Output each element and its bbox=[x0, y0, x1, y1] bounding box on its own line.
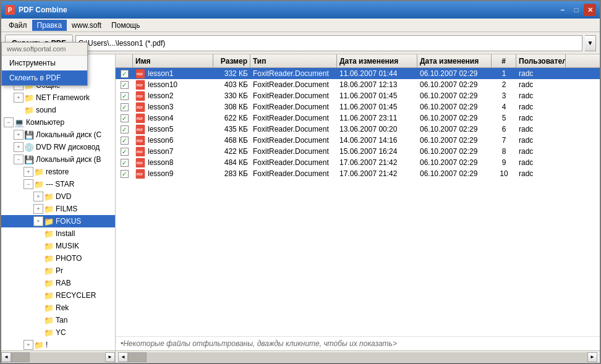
file-name: PDF lesson6 bbox=[133, 135, 213, 146]
expander-dvd-rw[interactable]: + bbox=[14, 142, 23, 152]
tree-item-fokus[interactable]: + 📁 FOKUS bbox=[1, 215, 115, 227]
tree-label-pr: Pr bbox=[56, 266, 63, 275]
svg-text:PDF: PDF bbox=[137, 106, 143, 109]
tree-item-install[interactable]: 📁 Install bbox=[1, 227, 115, 240]
expander-fokus[interactable]: + bbox=[33, 216, 43, 226]
file-row[interactable]: PDF lesson9 283 КБ FoxitReader.Document … bbox=[116, 168, 600, 179]
tree-label-rek: Rek bbox=[56, 303, 69, 312]
minimize-button[interactable]: − bbox=[556, 4, 569, 16]
file-checkbox[interactable] bbox=[121, 70, 129, 78]
col-header-type[interactable]: Тип bbox=[250, 54, 337, 68]
close-button[interactable]: ✕ bbox=[584, 4, 596, 16]
maximize-button[interactable]: □ bbox=[570, 4, 582, 16]
file-row[interactable]: PDF lesson6 468 КБ FoxitReader.Document … bbox=[116, 135, 600, 146]
file-num: 6 bbox=[492, 124, 516, 135]
expander-netfw[interactable]: + bbox=[14, 93, 23, 103]
tree-item-localdisk-c[interactable]: + 💾 Локальный диск (С bbox=[1, 129, 115, 141]
file-row[interactable]: PDF lesson7 422 КБ FoxitReader.Document … bbox=[116, 146, 600, 157]
localdisk-b-icon: 💾 bbox=[24, 155, 34, 164]
expander-localdisk-c[interactable]: + bbox=[14, 130, 23, 140]
expander-films[interactable]: + bbox=[33, 204, 43, 214]
tree-item-dvd-rw[interactable]: + 💿 DVD RW дисковод bbox=[1, 141, 115, 153]
file-num: 2 bbox=[492, 79, 516, 90]
hscroll-left-button[interactable]: ◄ bbox=[118, 352, 128, 362]
col-header-date2[interactable]: Дата изменения bbox=[417, 54, 492, 68]
file-type: FoxitReader.Document bbox=[250, 157, 337, 168]
tree-item-rab[interactable]: 📁 RAB bbox=[1, 277, 115, 289]
photo-icon: 📁 bbox=[44, 254, 54, 263]
tree-item-dvd[interactable]: + 📁 DVD bbox=[1, 190, 115, 203]
filtered-message[interactable]: •Некоторые файлы отфильтрованы, дважды к… bbox=[116, 336, 600, 350]
file-checkbox[interactable] bbox=[121, 81, 129, 89]
path-dropdown-button[interactable]: ▼ bbox=[585, 35, 596, 51]
tree-bottom-scrollbar[interactable]: ◄ ► bbox=[1, 350, 116, 363]
file-row[interactable]: PDF lesson4 622 КБ FoxitReader.Document … bbox=[116, 112, 600, 124]
file-modified: 17.06.2007 21:42 bbox=[337, 157, 417, 168]
tree-item-films[interactable]: + 📁 FILMS bbox=[1, 203, 115, 215]
menu-file[interactable]: Файл bbox=[4, 20, 32, 31]
expander-rab bbox=[33, 278, 43, 288]
expander-localdisk-b[interactable]: − bbox=[14, 154, 23, 164]
window-title: PDF Combine bbox=[19, 6, 556, 14]
file-checkbox[interactable] bbox=[121, 114, 129, 122]
tree-item-yc[interactable]: 📁 YC bbox=[1, 326, 115, 339]
expander-dvd[interactable]: + bbox=[33, 192, 43, 201]
tree-item-photo[interactable]: 📁 PHOTO bbox=[1, 252, 115, 265]
file-modified: 11.06.2007 01:44 bbox=[337, 68, 417, 79]
expander-restore[interactable]: + bbox=[23, 167, 33, 177]
tree-item-star[interactable]: − 📁 --- STAR bbox=[1, 178, 115, 190]
expander-star[interactable]: − bbox=[23, 179, 33, 189]
tree-item-musik[interactable]: 📁 MUSIK bbox=[1, 240, 115, 252]
expander-computer[interactable]: − bbox=[4, 117, 14, 127]
file-modified: 14.06.2007 14:16 bbox=[337, 135, 417, 146]
col-header-name[interactable]: Имя bbox=[133, 54, 213, 68]
col-header-num[interactable]: # bbox=[492, 54, 516, 68]
col-header-user[interactable]: Пользователь bbox=[516, 54, 566, 68]
dropdown-item-combine[interactable]: Склеить в PDF bbox=[2, 70, 87, 85]
col-header-size[interactable]: Размер bbox=[213, 54, 250, 68]
menu-tools[interactable]: www.soft bbox=[67, 20, 106, 31]
file-checkbox[interactable] bbox=[121, 170, 129, 178]
file-checkbox[interactable] bbox=[121, 137, 129, 145]
expander-excl[interactable]: + bbox=[23, 340, 33, 350]
file-row[interactable]: PDF lesson1 332 КБ FoxitReader.Document … bbox=[116, 68, 600, 79]
col-header-modified[interactable]: Дата изменения bbox=[337, 54, 417, 68]
file-checkbox[interactable] bbox=[121, 125, 129, 133]
file-modified: 13.06.2007 00:20 bbox=[337, 124, 417, 135]
tree-item-pr[interactable]: 📁 Pr bbox=[1, 265, 115, 277]
file-checkbox[interactable] bbox=[121, 103, 129, 111]
menu-help[interactable]: Помощь bbox=[106, 20, 145, 31]
tree-item-localdisk-b[interactable]: − 💾 Локальный диск (В bbox=[1, 153, 115, 166]
tree-item-sound[interactable]: 📁 sound bbox=[1, 104, 115, 116]
file-user: radc bbox=[516, 146, 566, 157]
pdf-icon: PDF bbox=[135, 146, 145, 156]
hscroll-right-button[interactable]: ► bbox=[587, 352, 597, 362]
path-input[interactable] bbox=[75, 35, 582, 51]
tree-item-restore[interactable]: + 📁 restore bbox=[1, 166, 115, 178]
tree-label-dvd-rw: DVD RW дисковод bbox=[36, 143, 100, 151]
file-row[interactable]: PDF lesson8 484 КБ FoxitReader.Document … bbox=[116, 157, 600, 168]
file-checkbox[interactable] bbox=[121, 159, 129, 167]
dropdown-item-tools[interactable]: Инструменты bbox=[2, 56, 87, 70]
scroll-left-button[interactable]: ◄ bbox=[1, 352, 11, 362]
tree-item-excl[interactable]: + 📁 ! bbox=[1, 339, 115, 350]
menu-edit[interactable]: Правка bbox=[32, 20, 67, 31]
rek-icon: 📁 bbox=[44, 303, 54, 313]
file-checkbox[interactable] bbox=[121, 148, 129, 156]
file-checkbox[interactable] bbox=[121, 92, 129, 100]
file-checkbox-cell bbox=[116, 81, 133, 89]
file-size: 422 КБ bbox=[213, 146, 250, 157]
file-row[interactable]: PDF lesson3 308 КБ FoxitReader.Document … bbox=[116, 101, 600, 112]
scroll-right-button[interactable]: ► bbox=[105, 352, 115, 362]
tree-item-netfw[interactable]: + 📁 NET Framework bbox=[1, 91, 115, 104]
tree-label-photo: PHOTO bbox=[56, 254, 82, 263]
scroll-track bbox=[11, 352, 105, 362]
file-row[interactable]: PDF lesson10 403 КБ FoxitReader.Document… bbox=[116, 79, 600, 90]
tree-item-tan[interactable]: 📁 Tan bbox=[1, 314, 115, 326]
tree-item-rek[interactable]: 📁 Rek bbox=[1, 302, 115, 314]
tree-item-recycler[interactable]: 📁 RECYCLER bbox=[1, 289, 115, 302]
file-row[interactable]: PDF lesson5 435 КБ FoxitReader.Document … bbox=[116, 124, 600, 135]
tree-panel: − 🖥 Рабочий сто... + 📁 SoftPortal.com + … bbox=[1, 54, 116, 350]
tree-item-computer[interactable]: − 💻 Компьютер bbox=[1, 116, 115, 129]
file-row[interactable]: PDF lesson2 330 КБ FoxitReader.Document … bbox=[116, 90, 600, 101]
